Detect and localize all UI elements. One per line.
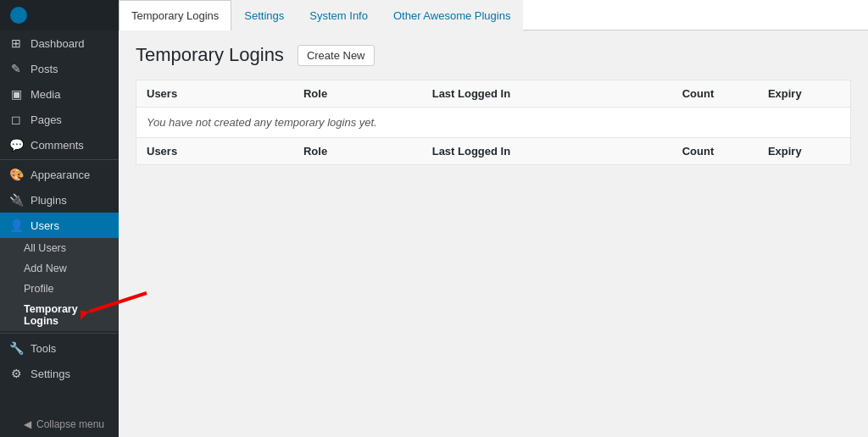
sidebar-item-plugins[interactable]: 🔌 Plugins [0, 187, 119, 213]
main-content: Temporary Logins Settings System Info Ot… [119, 0, 868, 437]
col-footer-count: Count [672, 138, 758, 165]
tab-system-info[interactable]: System Info [297, 0, 381, 30]
col-header-role: Role [293, 80, 422, 108]
table-footer-header-row: Users Role Last Logged In Count Expiry [136, 138, 851, 165]
col-footer-users: Users [136, 138, 293, 165]
sidebar-logo [0, 0, 119, 30]
sidebar-item-label: Settings [31, 368, 70, 380]
sidebar-item-media[interactable]: ▣ Media [0, 81, 119, 107]
sidebar-item-label: Appearance [31, 169, 90, 181]
users-icon: 👤 [8, 218, 24, 232]
page-title: Temporary Logins [136, 44, 284, 66]
page-title-row: Temporary Logins Create New [136, 44, 851, 66]
sidebar-item-label: Tools [31, 342, 56, 355]
media-icon: ▣ [8, 87, 24, 101]
temporary-logins-table: Users Role Last Logged In Count Expiry Y… [136, 80, 851, 165]
tabs-bar: Temporary Logins Settings System Info Ot… [119, 0, 868, 30]
sidebar-item-label: Pages [31, 113, 62, 126]
collapse-icon: ◀ [24, 418, 31, 430]
sidebar-item-label: Media [31, 88, 60, 101]
sidebar: ⊞ Dashboard ✎ Posts ▣ Media ◻ Pages 💬 Co… [0, 0, 119, 437]
sidebar-item-label: Plugins [31, 194, 67, 207]
col-header-users: Users [136, 80, 293, 108]
col-footer-role: Role [293, 138, 422, 165]
sidebar-item-dashboard[interactable]: ⊞ Dashboard [0, 30, 119, 56]
sidebar-item-label: Posts [31, 63, 58, 75]
table-empty-row: You have not created any temporary login… [136, 108, 851, 138]
create-new-button[interactable]: Create New [298, 45, 375, 66]
sidebar-item-label: Comments [31, 139, 84, 152]
sidebar-item-label: Dashboard [31, 37, 85, 50]
sidebar-divider [0, 159, 119, 160]
sidebar-divider-2 [0, 333, 119, 334]
sidebar-item-appearance[interactable]: 🎨 Appearance [0, 162, 119, 187]
collapse-menu-button[interactable]: ◀ Collapse menu [0, 412, 119, 437]
sidebar-item-label: Users [31, 219, 59, 232]
tab-settings[interactable]: Settings [231, 0, 297, 30]
sidebar-item-temporary-logins[interactable]: Temporary Logins [0, 299, 119, 331]
col-footer-last-logged-in: Last Logged In [422, 138, 672, 165]
tools-icon: 🔧 [8, 341, 24, 355]
col-header-last-logged-in: Last Logged In [422, 80, 672, 108]
sidebar-item-add-new[interactable]: Add New [0, 258, 119, 279]
col-footer-expiry: Expiry [758, 138, 851, 165]
table-header-row: Users Role Last Logged In Count Expiry [136, 80, 851, 108]
appearance-icon: 🎨 [8, 168, 24, 181]
wp-logo-icon [10, 7, 27, 24]
comments-icon: 💬 [8, 138, 24, 152]
sidebar-item-pages[interactable]: ◻ Pages [0, 107, 119, 132]
tab-temporary-logins[interactable]: Temporary Logins [119, 0, 231, 30]
settings-icon: ⚙ [8, 367, 24, 380]
sidebar-item-all-users[interactable]: All Users [0, 238, 119, 258]
sidebar-item-posts[interactable]: ✎ Posts [0, 56, 119, 81]
sidebar-item-profile[interactable]: Profile [0, 279, 119, 299]
col-header-count: Count [672, 80, 758, 108]
users-submenu: All Users Add New Profile Temporary Logi… [0, 238, 119, 331]
plugins-icon: 🔌 [8, 193, 24, 207]
page-content: Temporary Logins Create New Users Role L… [119, 30, 868, 437]
sidebar-item-tools[interactable]: 🔧 Tools [0, 335, 119, 361]
posts-icon: ✎ [8, 62, 24, 75]
col-header-expiry: Expiry [758, 80, 851, 108]
sidebar-item-users[interactable]: 👤 Users [0, 213, 119, 238]
dashboard-icon: ⊞ [8, 36, 24, 50]
table-empty-message: You have not created any temporary login… [136, 108, 851, 138]
tab-other-plugins[interactable]: Other Awesome Plugins [381, 0, 524, 30]
pages-icon: ◻ [8, 113, 24, 126]
sidebar-item-settings[interactable]: ⚙ Settings [0, 361, 119, 386]
sidebar-item-comments[interactable]: 💬 Comments [0, 132, 119, 158]
